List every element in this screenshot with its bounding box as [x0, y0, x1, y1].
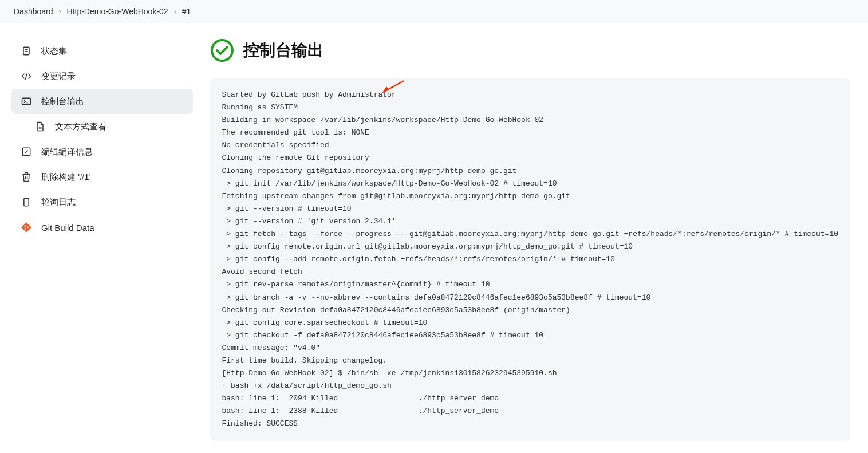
svg-rect-9	[24, 198, 29, 206]
nav-label: 轮询日志	[41, 197, 76, 208]
title-row: 控制台输出	[210, 38, 850, 62]
nav-item-status[interactable]: 状态集	[11, 38, 193, 64]
page-title: 控制台输出	[243, 40, 323, 61]
nav-label: 删除构建 '#1'	[41, 172, 91, 183]
breadcrumb: Dashboard › Http-Demo-Go-WebHook-02 › #1	[14, 7, 854, 16]
clipboard-blank-icon	[21, 196, 32, 208]
svg-rect-4	[22, 98, 31, 105]
git-icon	[21, 222, 32, 233]
nav-label: 状态集	[41, 46, 67, 57]
nav-item-git-build-data[interactable]: Git Build Data	[11, 215, 193, 240]
chevron-right-icon: ›	[174, 7, 176, 15]
trash-icon	[21, 171, 32, 183]
svg-line-3	[25, 73, 27, 80]
code-icon	[21, 70, 32, 82]
top-bar: Dashboard › Http-Demo-Go-WebHook-02 › #1	[0, 0, 868, 23]
svg-rect-0	[23, 47, 29, 54]
nav-item-view-as-text[interactable]: 文本方式查看	[11, 114, 193, 139]
nav-item-changes[interactable]: 变更记录	[11, 64, 193, 89]
edit-icon	[21, 146, 32, 157]
nav-label: 控制台输出	[41, 96, 84, 107]
sidebar: 状态集 变更记录 控制台输出 文本方式查看 编辑编译信息	[11, 35, 193, 441]
document-icon	[34, 121, 46, 132]
nav-item-console-output[interactable]: 控制台输出	[11, 89, 193, 114]
nav-item-polling-log[interactable]: 轮询日志	[11, 190, 193, 215]
svg-point-15	[212, 40, 232, 61]
breadcrumb-item[interactable]: Dashboard	[14, 7, 53, 16]
breadcrumb-item[interactable]: #1	[182, 7, 191, 16]
terminal-icon	[21, 96, 32, 107]
console-text: Started by GitLab push by Administrator …	[222, 89, 838, 431]
nav-item-delete-build[interactable]: 删除构建 '#1'	[11, 164, 193, 190]
nav-label: Git Build Data	[41, 223, 94, 233]
nav-label: 编辑编译信息	[41, 147, 93, 157]
main-content: 控制台输出 Started by GitLab push by Administ…	[210, 35, 868, 441]
chevron-right-icon: ›	[59, 7, 61, 15]
clipboard-icon	[21, 45, 32, 57]
breadcrumb-item[interactable]: Http-Demo-Go-WebHook-02	[67, 7, 168, 16]
console-output: Started by GitLab push by Administrator …	[210, 78, 850, 441]
success-icon	[210, 38, 234, 62]
nav-label: 变更记录	[41, 71, 76, 82]
nav-item-edit-build-info[interactable]: 编辑编译信息	[11, 139, 193, 164]
nav-label: 文本方式查看	[55, 121, 106, 132]
